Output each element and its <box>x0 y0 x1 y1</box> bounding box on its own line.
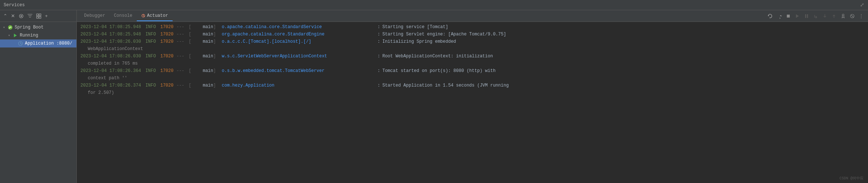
spring-boot-label: Spring Boot <box>15 25 44 30</box>
log-line-group: 2023-12-04 17:08:26.364 INFO 17020 --- [… <box>77 67 868 82</box>
actuator-icon <box>141 14 146 18</box>
log-level: INFO <box>146 82 156 89</box>
expand-icon[interactable]: ⤢ <box>860 2 864 8</box>
log-timestamp: 2023-12-04 17:08:26.030 <box>80 53 141 60</box>
log-line: 2023-12-04 17:08:25.948 INFO 17020 --- [… <box>77 31 868 38</box>
right-panel: Debugger Console Actuator <box>77 10 868 183</box>
tab-actuator[interactable]: Actuator <box>137 11 173 21</box>
log-pid: 17020 <box>160 24 173 30</box>
svg-rect-11 <box>787 15 790 18</box>
svg-rect-13 <box>805 14 806 18</box>
log-line: 2023-12-04 17:08:26.374 INFO 17020 --- [… <box>77 82 868 89</box>
filter-button[interactable] <box>26 13 34 19</box>
running-label: Running <box>20 33 38 38</box>
clear-button[interactable] <box>848 13 856 19</box>
svg-line-9 <box>20 43 22 44</box>
log-message: Initializing Spring embedded <box>382 38 864 45</box>
log-logger: o.apache.catalina.core.StandardService <box>222 24 375 30</box>
log-timestamp: 2023-12-04 17:08:26.374 <box>80 82 141 89</box>
application-label: Application :8080/ <box>25 41 72 46</box>
log-pid: 17020 <box>160 38 173 45</box>
tree-item-spring-boot[interactable]: ▾ Spring Boot <box>0 23 76 31</box>
log-line: 2023-12-04 17:08:26.030 INFO 17020 --- [… <box>77 53 868 60</box>
svg-rect-4 <box>37 16 38 18</box>
log-logger: o.a.c.c.C.[Tomcat].[localhost].[/] <box>222 38 375 45</box>
log-pid: 17020 <box>160 53 173 60</box>
running-icon <box>12 33 18 38</box>
close-button[interactable]: ✕ <box>10 12 16 19</box>
log-logger: o.s.b.w.embedded.tomcat.TomcatWebServer <box>222 68 375 74</box>
step-into-button[interactable] <box>821 13 829 19</box>
tree-item-running[interactable]: ▾ Running <box>0 31 76 39</box>
log-message: Root WebApplicationContext: initializati… <box>382 53 864 60</box>
svg-point-17 <box>842 14 844 16</box>
log-separator: --- <box>176 24 184 30</box>
sidebar-toolbar: ⌃ ✕ + <box>0 10 76 22</box>
log-level: INFO <box>146 68 156 74</box>
log-level: INFO <box>146 31 156 38</box>
filter-type-button[interactable] <box>18 13 25 19</box>
svg-rect-2 <box>37 14 38 16</box>
sidebar: ⌃ ✕ + <box>0 10 77 183</box>
log-message: Started Application in 1.54 seconds (JVM… <box>382 82 864 89</box>
log-line-group: 2023-12-04 17:08:26.030 INFO 17020 --- [… <box>77 38 868 53</box>
log-separator: --- <box>176 53 184 60</box>
log-line: 2023-12-04 17:08:26.030 INFO 17020 --- [… <box>77 38 868 45</box>
application-icon <box>18 41 23 46</box>
log-logger: com.hezy.Application <box>222 82 375 89</box>
log-message: Starting service [Tomcat] <box>382 24 864 30</box>
add-button[interactable]: + <box>44 12 49 19</box>
log-level: INFO <box>146 38 156 45</box>
log-separator: --- <box>176 38 184 45</box>
restart-button[interactable] <box>766 13 774 19</box>
step-out-button[interactable] <box>830 13 838 19</box>
log-continuation: WebApplicationContext <box>77 45 868 53</box>
log-separator: --- <box>176 68 184 74</box>
run-button[interactable] <box>793 13 801 19</box>
group-button[interactable] <box>35 13 42 19</box>
tree-item-application[interactable]: Application :8080/ <box>0 39 76 47</box>
resume-button[interactable] <box>775 13 783 19</box>
log-timestamp: 2023-12-04 17:08:26.364 <box>80 68 141 74</box>
spring-boot-icon <box>7 24 13 30</box>
tree-arrow-running: ▾ <box>8 33 12 38</box>
log-level: INFO <box>146 24 156 30</box>
log-separator: --- <box>176 82 184 89</box>
log-pid: 17020 <box>160 68 173 74</box>
pause-button[interactable] <box>803 13 811 19</box>
log-line: 2023-12-04 17:08:25.948 INFO 17020 --- [… <box>77 23 868 31</box>
log-line-group: 2023-12-04 17:08:26.030 INFO 17020 --- [… <box>77 53 868 67</box>
log-continuation: completed in 765 ms <box>77 60 868 67</box>
tree-arrow-spring-boot: ▾ <box>3 25 7 30</box>
log-pid: 17020 <box>160 82 173 89</box>
log-content: 2023-12-04 17:08:25.948 INFO 17020 --- [… <box>77 22 868 183</box>
log-logger: w.s.c.ServletWebServerApplicationContext <box>222 53 375 60</box>
tab-console[interactable]: Console <box>110 11 137 21</box>
log-line: 2023-12-04 17:08:26.364 INFO 17020 --- [… <box>77 67 868 75</box>
log-message: Tomcat started on port(s): 8080 (http) w… <box>382 68 864 74</box>
watermark: CSDN @何中应 <box>839 176 864 181</box>
svg-point-1 <box>20 15 22 17</box>
stop-button[interactable] <box>784 13 792 19</box>
log-line-group: 2023-12-04 17:08:26.374 INFO 17020 --- [… <box>77 82 868 96</box>
sidebar-tree: ▾ Spring Boot ▾ Running <box>0 22 76 183</box>
log-logger: org.apache.catalina.core.StandardEngine <box>222 31 375 38</box>
title-bar: Services ⤢ <box>0 0 868 10</box>
more-button[interactable]: ⋮ <box>857 12 865 19</box>
log-level: INFO <box>146 53 156 60</box>
step-over-button[interactable] <box>812 13 820 19</box>
svg-rect-3 <box>39 14 41 16</box>
log-separator: --- <box>176 31 184 38</box>
log-timestamp: 2023-12-04 17:08:25.948 <box>80 31 141 38</box>
log-message: Starting Servlet engine: [Apache Tomcat/… <box>382 31 864 38</box>
log-continuation: context path '' <box>77 75 868 82</box>
pin-button[interactable] <box>839 13 847 19</box>
log-timestamp: 2023-12-04 17:08:26.030 <box>80 38 141 45</box>
log-timestamp: 2023-12-04 17:08:25.948 <box>80 24 141 30</box>
svg-marker-12 <box>796 14 799 18</box>
collapse-button[interactable]: ⌃ <box>2 12 8 19</box>
main-layout: ⌃ ✕ + <box>0 10 868 183</box>
panel-title: Services <box>4 3 25 8</box>
tab-debugger[interactable]: Debugger <box>80 11 110 21</box>
log-continuation: for 2.507) <box>77 89 868 96</box>
